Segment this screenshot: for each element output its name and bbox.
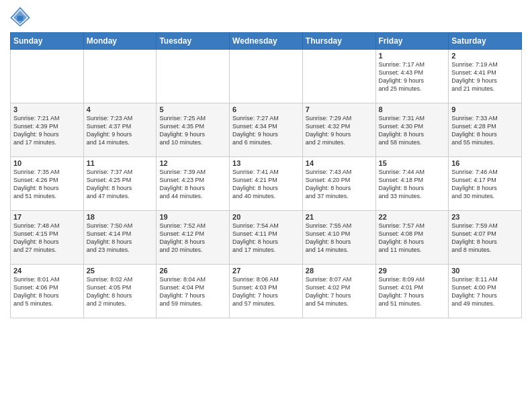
day-number: 3 bbox=[13, 105, 81, 113]
day-cell: 28Sunrise: 8:07 AM Sunset: 4:02 PM Dayli… bbox=[302, 265, 375, 318]
day-number: 25 bbox=[87, 267, 154, 275]
day-cell bbox=[230, 50, 303, 103]
day-cell: 3Sunrise: 7:21 AM Sunset: 4:39 PM Daylig… bbox=[11, 103, 84, 157]
day-cell bbox=[302, 50, 375, 103]
header-saturday: Saturday bbox=[449, 33, 522, 50]
day-number: 16 bbox=[451, 159, 519, 167]
day-cell: 16Sunrise: 7:46 AM Sunset: 4:17 PM Dayli… bbox=[449, 157, 522, 211]
day-info: Sunrise: 7:41 AM Sunset: 4:21 PM Dayligh… bbox=[232, 168, 300, 201]
day-number: 5 bbox=[159, 105, 226, 113]
day-cell: 27Sunrise: 8:06 AM Sunset: 4:03 PM Dayli… bbox=[230, 265, 303, 318]
day-cell: 29Sunrise: 8:09 AM Sunset: 4:01 PM Dayli… bbox=[375, 265, 449, 318]
day-cell bbox=[11, 50, 84, 103]
day-number: 26 bbox=[159, 267, 226, 275]
week-row-0: 1Sunrise: 7:17 AM Sunset: 4:43 PM Daylig… bbox=[11, 50, 522, 103]
day-cell: 21Sunrise: 7:55 AM Sunset: 4:10 PM Dayli… bbox=[302, 211, 375, 265]
header-wednesday: Wednesday bbox=[230, 33, 303, 50]
day-info: Sunrise: 7:27 AM Sunset: 4:34 PM Dayligh… bbox=[232, 114, 300, 147]
day-number: 2 bbox=[451, 52, 519, 60]
day-info: Sunrise: 7:55 AM Sunset: 4:10 PM Dayligh… bbox=[306, 222, 373, 255]
day-number: 23 bbox=[451, 213, 519, 221]
day-cell: 13Sunrise: 7:41 AM Sunset: 4:21 PM Dayli… bbox=[230, 157, 303, 211]
day-info: Sunrise: 8:11 AM Sunset: 4:00 PM Dayligh… bbox=[451, 275, 519, 308]
day-number: 13 bbox=[232, 159, 300, 167]
day-number: 1 bbox=[379, 52, 446, 60]
day-number: 18 bbox=[87, 213, 154, 221]
day-cell: 8Sunrise: 7:31 AM Sunset: 4:30 PM Daylig… bbox=[375, 103, 449, 157]
day-number: 21 bbox=[306, 213, 373, 221]
day-cell: 17Sunrise: 7:48 AM Sunset: 4:15 PM Dayli… bbox=[11, 211, 84, 265]
day-cell: 20Sunrise: 7:54 AM Sunset: 4:11 PM Dayli… bbox=[230, 211, 303, 265]
day-cell: 15Sunrise: 7:44 AM Sunset: 4:18 PM Dayli… bbox=[375, 157, 449, 211]
day-info: Sunrise: 8:06 AM Sunset: 4:03 PM Dayligh… bbox=[232, 275, 300, 308]
day-info: Sunrise: 7:43 AM Sunset: 4:20 PM Dayligh… bbox=[306, 168, 373, 201]
day-cell: 19Sunrise: 7:52 AM Sunset: 4:12 PM Dayli… bbox=[157, 211, 230, 265]
day-number: 4 bbox=[87, 105, 154, 113]
day-cell: 9Sunrise: 7:33 AM Sunset: 4:28 PM Daylig… bbox=[449, 103, 522, 157]
day-info: Sunrise: 7:33 AM Sunset: 4:28 PM Dayligh… bbox=[451, 114, 519, 147]
week-row-1: 3Sunrise: 7:21 AM Sunset: 4:39 PM Daylig… bbox=[11, 103, 522, 157]
day-info: Sunrise: 7:21 AM Sunset: 4:39 PM Dayligh… bbox=[13, 114, 81, 147]
day-number: 20 bbox=[232, 213, 300, 221]
day-cell: 30Sunrise: 8:11 AM Sunset: 4:00 PM Dayli… bbox=[449, 265, 522, 318]
day-cell: 7Sunrise: 7:29 AM Sunset: 4:32 PM Daylig… bbox=[302, 103, 375, 157]
day-info: Sunrise: 7:50 AM Sunset: 4:14 PM Dayligh… bbox=[87, 222, 154, 255]
day-number: 8 bbox=[379, 105, 446, 113]
day-info: Sunrise: 7:31 AM Sunset: 4:30 PM Dayligh… bbox=[379, 114, 446, 147]
day-number: 22 bbox=[379, 213, 446, 221]
day-cell: 5Sunrise: 7:25 AM Sunset: 4:35 PM Daylig… bbox=[157, 103, 230, 157]
day-cell: 12Sunrise: 7:39 AM Sunset: 4:23 PM Dayli… bbox=[157, 157, 230, 211]
day-cell: 22Sunrise: 7:57 AM Sunset: 4:08 PM Dayli… bbox=[375, 211, 449, 265]
day-info: Sunrise: 7:29 AM Sunset: 4:32 PM Dayligh… bbox=[306, 114, 373, 147]
day-info: Sunrise: 7:39 AM Sunset: 4:23 PM Dayligh… bbox=[159, 168, 226, 201]
day-info: Sunrise: 7:37 AM Sunset: 4:25 PM Dayligh… bbox=[87, 168, 154, 201]
day-info: Sunrise: 7:25 AM Sunset: 4:35 PM Dayligh… bbox=[159, 114, 226, 147]
day-number: 6 bbox=[232, 105, 300, 113]
day-info: Sunrise: 7:48 AM Sunset: 4:15 PM Dayligh… bbox=[13, 222, 81, 255]
day-info: Sunrise: 7:46 AM Sunset: 4:17 PM Dayligh… bbox=[451, 168, 519, 201]
day-cell bbox=[83, 50, 157, 103]
svg-marker-3 bbox=[17, 16, 24, 21]
day-number: 24 bbox=[13, 267, 81, 275]
day-cell bbox=[157, 50, 230, 103]
day-cell: 14Sunrise: 7:43 AM Sunset: 4:20 PM Dayli… bbox=[302, 157, 375, 211]
day-number: 12 bbox=[159, 159, 226, 167]
day-cell: 25Sunrise: 8:02 AM Sunset: 4:05 PM Dayli… bbox=[83, 265, 157, 318]
page-container: SundayMondayTuesdayWednesdayThursdayFrid… bbox=[0, 0, 532, 325]
day-number: 27 bbox=[232, 267, 300, 275]
day-cell: 2Sunrise: 7:19 AM Sunset: 4:41 PM Daylig… bbox=[449, 50, 522, 103]
day-info: Sunrise: 7:57 AM Sunset: 4:08 PM Dayligh… bbox=[379, 222, 446, 255]
day-cell: 26Sunrise: 8:04 AM Sunset: 4:04 PM Dayli… bbox=[157, 265, 230, 318]
calendar-header-row: SundayMondayTuesdayWednesdayThursdayFrid… bbox=[11, 33, 522, 50]
day-info: Sunrise: 7:23 AM Sunset: 4:37 PM Dayligh… bbox=[87, 114, 154, 147]
week-row-2: 10Sunrise: 7:35 AM Sunset: 4:26 PM Dayli… bbox=[11, 157, 522, 211]
day-info: Sunrise: 7:17 AM Sunset: 4:43 PM Dayligh… bbox=[379, 60, 446, 93]
day-info: Sunrise: 8:02 AM Sunset: 4:05 PM Dayligh… bbox=[87, 275, 154, 308]
header-monday: Monday bbox=[83, 33, 157, 50]
day-info: Sunrise: 7:19 AM Sunset: 4:41 PM Dayligh… bbox=[451, 60, 519, 93]
header-tuesday: Tuesday bbox=[157, 33, 230, 50]
day-cell: 18Sunrise: 7:50 AM Sunset: 4:14 PM Dayli… bbox=[83, 211, 157, 265]
logo-icon bbox=[10, 7, 30, 27]
day-cell: 10Sunrise: 7:35 AM Sunset: 4:26 PM Dayli… bbox=[11, 157, 84, 211]
week-row-4: 24Sunrise: 8:01 AM Sunset: 4:06 PM Dayli… bbox=[11, 265, 522, 318]
day-number: 11 bbox=[87, 159, 154, 167]
day-cell: 11Sunrise: 7:37 AM Sunset: 4:25 PM Dayli… bbox=[83, 157, 157, 211]
day-number: 9 bbox=[451, 105, 519, 113]
day-number: 28 bbox=[306, 267, 373, 275]
day-number: 17 bbox=[13, 213, 81, 221]
day-number: 29 bbox=[379, 267, 446, 275]
header-thursday: Thursday bbox=[302, 33, 375, 50]
day-number: 10 bbox=[13, 159, 81, 167]
day-info: Sunrise: 7:59 AM Sunset: 4:07 PM Dayligh… bbox=[451, 222, 519, 255]
day-cell: 1Sunrise: 7:17 AM Sunset: 4:43 PM Daylig… bbox=[375, 50, 449, 103]
day-cell: 23Sunrise: 7:59 AM Sunset: 4:07 PM Dayli… bbox=[449, 211, 522, 265]
header-friday: Friday bbox=[375, 33, 449, 50]
day-cell: 6Sunrise: 7:27 AM Sunset: 4:34 PM Daylig… bbox=[230, 103, 303, 157]
day-info: Sunrise: 8:07 AM Sunset: 4:02 PM Dayligh… bbox=[306, 275, 373, 308]
day-cell: 24Sunrise: 8:01 AM Sunset: 4:06 PM Dayli… bbox=[11, 265, 84, 318]
day-number: 7 bbox=[306, 105, 373, 113]
calendar-table: SundayMondayTuesdayWednesdayThursdayFrid… bbox=[10, 32, 522, 318]
header-sunday: Sunday bbox=[11, 33, 84, 50]
day-number: 15 bbox=[379, 159, 446, 167]
